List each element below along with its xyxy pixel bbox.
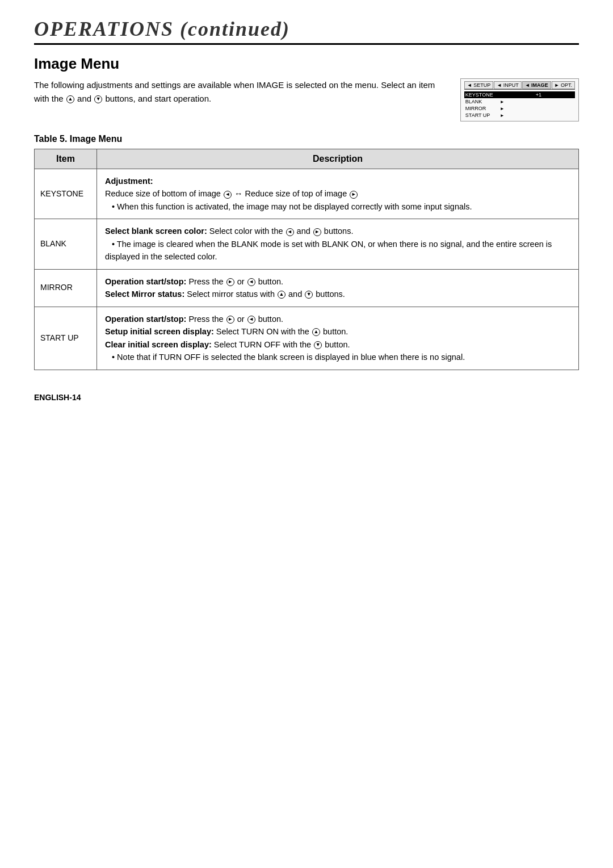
- col-header-item: Item: [35, 149, 97, 169]
- mirror-arrow: ►: [500, 106, 505, 111]
- menu-screenshot: ◄ SETUP ◄ INPUT ◄ IMAGE ► OPT. KEYSTONE …: [460, 78, 579, 121]
- mirror-up-icon: ▲: [278, 291, 285, 299]
- item-startup: START UP: [35, 307, 97, 370]
- table-title: Table 5. Image Menu: [34, 134, 579, 144]
- desc-mirror: Operation start/stop: Press the ► or ◄ b…: [97, 269, 579, 307]
- menu-tab-bar: ◄ SETUP ◄ INPUT ◄ IMAGE ► OPT.: [464, 81, 575, 90]
- page-footer: ENGLISH-14: [34, 393, 579, 402]
- mirror-select-label: Select Mirror status:: [105, 290, 184, 299]
- table-row-startup: START UP Operation start/stop: Press the…: [35, 307, 579, 370]
- menu-label-startup: START UP: [465, 112, 497, 118]
- menu-row-blank: BLANK ►: [464, 98, 575, 105]
- startup-op-label: Operation start/stop:: [105, 315, 186, 324]
- menu-label-keystone: KEYSTONE: [465, 92, 497, 98]
- table-header-row: Item Description: [35, 149, 579, 169]
- menu-bar-keystone: +1: [500, 92, 541, 98]
- desc-blank: Select blank screen color: Select color …: [97, 219, 579, 269]
- blank-bold-label: Select blank screen color:: [105, 227, 207, 236]
- startup-up-icon: ▲: [312, 328, 320, 336]
- startup-bullet: Note that if TURN OFF is selected the bl…: [105, 353, 465, 362]
- table-row-keystone: KEYSTONE Adjustment: Reduce size of bott…: [35, 169, 579, 219]
- startup-setup-label: Setup initial screen display:: [105, 327, 214, 336]
- startup-down-icon: ▼: [314, 341, 322, 349]
- table-row-mirror: MIRROR Operation start/stop: Press the ►…: [35, 269, 579, 307]
- menu-tab-setup: ◄ SETUP: [464, 81, 493, 89]
- mirror-right-icon: ►: [226, 278, 234, 286]
- blank-right-icon: ►: [313, 228, 321, 236]
- menu-row-mirror: MIRROR ►: [464, 105, 575, 112]
- menu-label-blank: BLANK: [465, 99, 497, 104]
- menu-tab-opt: ► OPT.: [552, 81, 575, 89]
- menu-label-mirror: MIRROR: [465, 106, 497, 111]
- menu-tab-image: ◄ IMAGE: [522, 81, 551, 89]
- up-button-icon: ▲: [66, 95, 74, 103]
- desc-keystone: Adjustment: Reduce size of bottom of ima…: [97, 169, 579, 219]
- startup-clear-label: Clear initial screen display:: [105, 340, 212, 349]
- startup-right-icon: ►: [226, 316, 234, 324]
- startup-arrow: ►: [500, 113, 505, 118]
- desc-startup: Operation start/stop: Press the ► or ◄ b…: [97, 307, 579, 370]
- menu-row-startup: START UP ►: [464, 112, 575, 119]
- image-menu-table: Item Description KEYSTONE Adjustment: Re…: [34, 149, 579, 370]
- mirror-left-icon: ◄: [247, 278, 255, 286]
- section-heading: Image Menu: [34, 55, 579, 73]
- blank-left-icon: ◄: [286, 228, 294, 236]
- right-circle-icon: ►: [350, 191, 358, 199]
- item-keystone: KEYSTONE: [35, 169, 97, 219]
- keystone-bar: [500, 93, 534, 97]
- mirror-op-label: Operation start/stop:: [105, 277, 186, 286]
- down-button-icon: ▼: [94, 95, 102, 103]
- menu-row-keystone: KEYSTONE +1: [464, 91, 575, 98]
- keystone-value: +1: [536, 92, 541, 98]
- table-row-blank: BLANK Select blank screen color: Select …: [35, 219, 579, 269]
- mirror-down-icon: ▼: [305, 291, 313, 299]
- startup-left-icon: ◄: [247, 316, 255, 324]
- keystone-adj-label: Adjustment:: [105, 177, 153, 186]
- intro-area: The following adjustments and settings a…: [34, 78, 579, 121]
- item-blank: BLANK: [35, 219, 97, 269]
- intro-paragraph: The following adjustments and settings a…: [34, 78, 443, 106]
- keystone-bullet: When this function is activated, the ima…: [105, 202, 472, 211]
- item-mirror: MIRROR: [35, 269, 97, 307]
- page-title: OPERATIONS (continued): [34, 17, 579, 41]
- col-header-description: Description: [97, 149, 579, 169]
- blank-arrow: ►: [500, 99, 505, 104]
- title-divider: [34, 43, 579, 45]
- left-circle-icon: ◄: [224, 191, 232, 199]
- blank-bullet: The image is cleared when the BLANK mode…: [105, 240, 552, 261]
- menu-tab-input: ◄ INPUT: [494, 81, 521, 89]
